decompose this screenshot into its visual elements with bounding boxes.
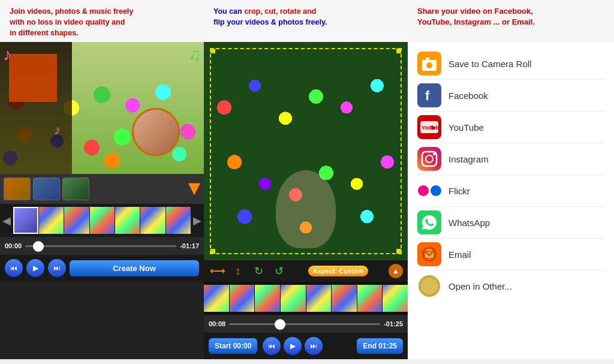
filmstrip-frame-r-6[interactable]: [332, 285, 357, 312]
youtube-label: YouTube: [449, 122, 484, 133]
filmstrip-frame-selected[interactable]: [13, 207, 38, 234]
scrubber-track-left[interactable]: [25, 245, 176, 247]
share-item-instagram[interactable]: Instagram: [417, 143, 604, 175]
header-area: Join videos, photos & music freelywith n…: [0, 0, 614, 42]
filmstrip-frame-6[interactable]: [166, 207, 191, 234]
filmstrip-frame-r-7[interactable]: [357, 285, 383, 312]
end-button[interactable]: End 01:25: [357, 338, 403, 354]
open-other-label: Open in Other...: [449, 281, 512, 291]
time-start-right: 00:08: [209, 320, 225, 327]
svg-rect-3: [426, 58, 429, 60]
camera-roll-label: Save to Camera Roll: [449, 59, 531, 69]
aspect-badge[interactable]: Aspect: Custom: [308, 266, 368, 276]
svg-point-22: [421, 278, 438, 294]
header-mid: You can crop, cut, rotate and flip your …: [213, 6, 417, 38]
svg-text:f: f: [425, 88, 430, 103]
filmstrip-right-arrow[interactable]: ▶: [191, 214, 204, 227]
crop-corner-br[interactable]: [396, 249, 401, 254]
filmstrip-left-arrow[interactable]: ◀: [0, 214, 13, 227]
filmstrip-frame-1[interactable]: [39, 207, 64, 234]
whatsapp-label: WhatsApp: [449, 218, 490, 228]
play-right-button[interactable]: ▶: [284, 337, 302, 355]
music-note-pink-2: ♪: [54, 122, 61, 138]
filmstrip-frame-r-8[interactable]: [383, 285, 408, 312]
email-label: Email: [449, 249, 471, 260]
header-left-text: Join videos, photos & music freelywith n…: [10, 7, 133, 26]
music-note-pink-1: ♪: [3, 45, 11, 64]
rotate-cw-icon[interactable]: ↻: [249, 263, 267, 279]
play-button[interactable]: ▶: [26, 259, 44, 277]
prev-frame-button[interactable]: ⏮: [263, 337, 281, 355]
thumbnail-2-img: [34, 178, 59, 200]
next-frame-button[interactable]: ⏭: [305, 337, 323, 355]
header-right-text: Share your video on Facebook,YouTube, In…: [417, 7, 535, 26]
share-item-open-other[interactable]: Open in Other...: [417, 270, 604, 302]
prev-frame-icon: ⏮: [268, 342, 275, 350]
rewind-button[interactable]: ⏮: [5, 259, 23, 277]
share-item-facebook[interactable]: f Facebook: [417, 80, 604, 112]
scrubber-thumb-left[interactable]: [33, 241, 44, 252]
crop-selection-box[interactable]: [210, 48, 402, 254]
thumbnail-3-img: [63, 178, 89, 200]
share-item-flickr[interactable]: Flickr: [417, 175, 604, 207]
svg-point-2: [426, 62, 432, 68]
youtube-icon: You Tube: [417, 115, 441, 139]
share-item-camera-roll[interactable]: Save to Camera Roll: [417, 48, 604, 80]
flickr-icon: [417, 179, 441, 203]
flickr-label: Flickr: [449, 186, 470, 196]
heart-bg: [9, 54, 57, 102]
filmstrip-frame-2[interactable]: [64, 207, 89, 234]
filmstrip-frame-3[interactable]: [90, 207, 115, 234]
thumbnail-2[interactable]: [33, 178, 60, 200]
crop-corner-tr[interactable]: [396, 49, 401, 53]
flickr-dot-blue: [431, 185, 441, 196]
crop-corner-tl[interactable]: [210, 49, 215, 53]
timeline-left: 00:00 -01:17: [0, 237, 204, 255]
thumbnail-1[interactable]: [4, 178, 31, 200]
scrubber-thumb-right[interactable]: [275, 319, 285, 330]
panels-row: ♪ ♫ ♪ ♫ ◀: [0, 42, 614, 359]
thumbnails-row: [0, 174, 204, 204]
header-left-text2: in different shapes.: [10, 29, 79, 37]
share-item-whatsapp[interactable]: WhatsApp: [417, 207, 604, 239]
filmstrip-frame-r-2[interactable]: [230, 285, 255, 312]
filmstrip-frame-r-3[interactable]: [255, 285, 280, 312]
share-items-list: Save to Camera Roll f Facebook: [417, 48, 604, 302]
filmstrip-frame-r-1[interactable]: [204, 285, 229, 312]
time-end-right: -01:25: [384, 320, 403, 327]
share-panel: Save to Camera Roll f Facebook: [408, 42, 614, 359]
svg-rect-12: [417, 147, 441, 171]
dropdown-arrow-icon[interactable]: [188, 183, 200, 195]
move-icon[interactable]: ⟷: [209, 263, 227, 279]
filmstrip-frames-left: [13, 207, 191, 234]
filmstrip-right: [204, 282, 408, 315]
filmstrip-frame-r-5[interactable]: [306, 285, 332, 312]
start-button[interactable]: Start 00:00: [209, 338, 257, 354]
filmstrip-frame-5[interactable]: [140, 207, 165, 234]
scrubber-track-right[interactable]: [229, 323, 380, 325]
play-right-icon: ▶: [290, 342, 296, 350]
filmstrip-frame-4[interactable]: [115, 207, 140, 234]
timeline-right: 00:08 -01:25: [204, 315, 408, 333]
crop-corner-bl[interactable]: [210, 249, 215, 254]
right-panel: ⟷ ↕ ↻ ↺ Aspect: Custom ▲ 00:08: [204, 42, 408, 359]
thumbnail-3[interactable]: [62, 178, 89, 200]
rotate-ccw-icon[interactable]: ↺: [270, 263, 288, 279]
header-mid-highlight: crop, cut, rotate and: [244, 7, 316, 16]
share-item-youtube[interactable]: You Tube YouTube: [417, 112, 604, 143]
filmstrip-frame-r-4[interactable]: [281, 285, 306, 312]
header-mid-text: You can: [213, 7, 244, 16]
controls-left: ⏮ ▶ ⏭ Create Now: [0, 255, 204, 281]
chevron-up-icon[interactable]: ▲: [389, 264, 403, 278]
email-icon: [417, 242, 441, 266]
open-other-icon: [417, 274, 441, 298]
next-frame-icon: ⏭: [310, 342, 317, 350]
step-forward-button[interactable]: ⏭: [48, 259, 66, 277]
create-now-button[interactable]: Create Now: [70, 260, 199, 276]
time-end-left: -01:17: [180, 242, 199, 249]
left-panel: ♪ ♫ ♪ ♫ ◀: [0, 42, 204, 359]
resize-icon[interactable]: ↕: [229, 263, 247, 279]
filmstrip-frames-right: [204, 285, 408, 312]
header-right: Share your video on Facebook,YouTube, In…: [417, 6, 604, 38]
share-item-email[interactable]: Email: [417, 239, 604, 270]
